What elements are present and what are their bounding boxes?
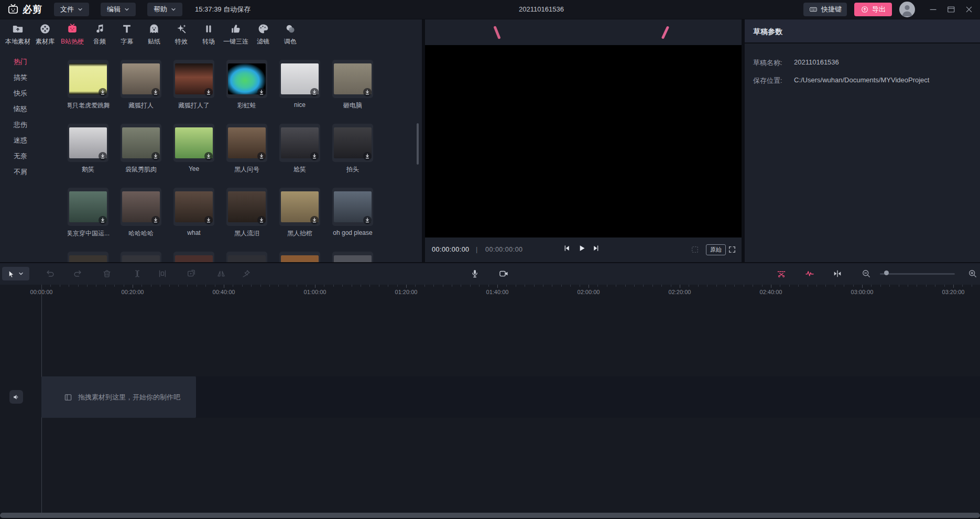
track-mute-button[interactable] [9,390,23,404]
grid-scrollbar[interactable] [417,123,419,165]
download-icon[interactable] [363,216,372,224]
split-clip-icon[interactable] [132,268,143,279]
close-button[interactable] [963,4,975,15]
material-thumbnail[interactable] [68,124,108,162]
tab-bilibili-memes[interactable]: B站热梗 [59,19,86,50]
material-card[interactable] [121,252,161,262]
zoom-out-icon[interactable] [861,268,872,279]
category-disdain[interactable]: 不屑 [0,164,59,180]
category-funny[interactable]: 搞笑 [0,70,59,85]
download-icon[interactable] [204,152,213,160]
download-icon[interactable] [204,216,213,224]
material-thumbnail[interactable] [332,124,373,162]
export-button[interactable]: 导出 [854,3,892,16]
material-thumbnail[interactable] [173,60,214,98]
category-hot[interactable]: 热门 [0,54,59,70]
auto-cut-icon[interactable] [776,268,787,279]
tab-sticker[interactable]: 贴纸 [140,19,168,50]
material-card[interactable]: nice [279,60,320,98]
download-icon[interactable] [151,88,160,96]
fit-playhead-icon[interactable] [832,268,843,279]
tab-audio[interactable]: 音频 [86,19,113,50]
material-thumbnail[interactable] [121,60,161,98]
material-card[interactable] [279,252,320,262]
play-button[interactable] [577,244,586,253]
material-thumbnail[interactable] [279,252,320,262]
redo-icon[interactable] [72,268,83,279]
material-thumbnail[interactable] [68,188,108,226]
material-card[interactable] [68,252,108,262]
material-card[interactable]: 黑人问号 [226,124,267,162]
minimize-button[interactable] [928,4,939,15]
download-icon[interactable] [363,152,372,160]
material-thumbnail[interactable] [68,60,108,98]
next-frame-button[interactable] [592,244,601,253]
material-card[interactable]: 鹅笑 [68,124,108,162]
material-card[interactable] [226,252,267,262]
material-card[interactable]: 拍头 [332,124,373,162]
download-icon[interactable] [310,88,319,96]
download-icon[interactable] [257,152,266,160]
material-thumbnail[interactable] [226,188,267,226]
camera-icon[interactable] [498,268,509,279]
download-icon[interactable] [99,152,107,160]
tab-subtitle[interactable]: 字幕 [113,19,140,50]
material-card[interactable]: oh god please [332,188,373,226]
category-confused[interactable]: 迷惑 [0,133,59,148]
material-card[interactable]: 藏狐打人了 [173,60,214,98]
menu-edit[interactable]: 编辑 [101,3,136,16]
shortcut-button[interactable]: 快捷键 [803,3,847,16]
category-happy[interactable]: 快乐 [0,85,59,101]
material-thumbnail[interactable] [226,124,267,162]
original-ratio-button[interactable]: 原始 [706,244,726,255]
timeline-zoom-slider[interactable] [880,273,955,275]
material-card[interactable]: Yee [173,124,214,162]
material-card[interactable]: 藏狐打人 [121,60,161,98]
microphone-icon[interactable] [470,268,480,279]
download-icon[interactable] [99,88,107,96]
horizontal-scrollbar[interactable] [0,513,980,518]
material-thumbnail[interactable] [279,60,320,98]
material-thumbnail[interactable] [279,188,320,226]
category-sad[interactable]: 悲伤 [0,117,59,133]
material-card[interactable]: 砸电脑 [332,60,373,98]
material-thumbnail[interactable] [279,124,320,162]
prev-frame-button[interactable] [562,244,571,253]
material-thumbnail[interactable] [121,252,161,262]
tab-local-material[interactable]: 本地素材 [4,19,31,50]
material-thumbnail[interactable] [121,188,161,226]
auto-beat-icon[interactable] [804,268,815,279]
track-placeholder[interactable]: 拖拽素材到这里，开始你的制作吧 [41,376,196,418]
material-thumbnail[interactable] [173,252,214,262]
video-canvas[interactable] [425,45,742,237]
tab-triple-action[interactable]: 一键三连 [222,19,249,50]
material-thumbnail[interactable] [332,188,373,226]
material-card[interactable] [173,252,214,262]
timeline-zoom-handle[interactable] [884,271,889,275]
material-card[interactable]: 吴京穿中国运... [68,188,108,226]
download-icon[interactable] [99,216,107,224]
pin-icon[interactable] [241,268,252,279]
tab-effects[interactable]: 特效 [168,19,195,50]
material-card[interactable] [332,252,373,262]
material-card[interactable]: 黑人抬棺 [279,188,320,226]
material-thumbnail[interactable] [226,60,267,98]
material-thumbnail[interactable] [226,252,267,262]
safe-area-icon[interactable] [690,245,700,254]
download-icon[interactable] [363,88,372,96]
material-thumbnail[interactable] [68,252,108,262]
maximize-button[interactable] [945,4,957,15]
timeline-ruler[interactable]: 00:00:0000:20:0000:40:0001:00:0001:20:00… [0,285,980,298]
avatar[interactable] [899,2,915,17]
download-icon[interactable] [310,152,319,160]
tab-color-adjust[interactable]: 调色 [277,19,304,50]
material-thumbnail[interactable] [332,252,373,262]
material-card[interactable]: 两只老虎爱跳舞 [68,60,108,98]
menu-help[interactable]: 帮助 [147,3,182,16]
tab-filter[interactable]: 滤镜 [249,19,277,50]
material-thumbnail[interactable] [173,188,214,226]
undo-icon[interactable] [45,268,56,279]
material-card[interactable]: 哈哈哈哈 [121,188,161,226]
download-icon[interactable] [310,216,319,224]
extract-clip-icon[interactable] [157,268,168,279]
